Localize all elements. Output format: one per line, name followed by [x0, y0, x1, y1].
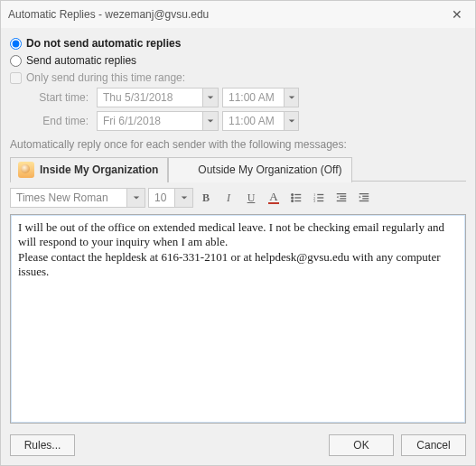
chevron-down-icon[interactable]	[175, 188, 193, 208]
bullet-list-button[interactable]	[286, 188, 306, 208]
only-during-checkbox-row: Only send during this time range:	[10, 71, 466, 84]
indent-button[interactable]	[354, 188, 374, 208]
person-icon	[18, 162, 34, 178]
font-size-combo[interactable]	[148, 188, 193, 208]
close-icon[interactable]: ✕	[446, 7, 468, 22]
body-line-2: Please contact the hepldesk at 616-331-2…	[18, 250, 458, 280]
start-date-combo[interactable]	[97, 88, 219, 107]
chevron-down-icon[interactable]	[127, 188, 145, 208]
only-during-checkbox	[10, 72, 22, 84]
body-line-1: I will be out of the office on extended …	[18, 220, 458, 250]
end-date-input[interactable]	[97, 111, 203, 131]
automatic-replies-dialog: Automatic Replies - wezemanj@gvsu.edu ✕ …	[0, 0, 476, 466]
chevron-down-icon[interactable]	[285, 88, 299, 107]
section-label: Automatically reply once for each sender…	[10, 138, 466, 151]
start-date-input[interactable]	[97, 88, 203, 107]
svg-point-2	[292, 197, 294, 199]
start-time-input[interactable]	[222, 88, 285, 107]
radio-send[interactable]: Send automatic replies	[10, 54, 466, 67]
tabs: Inside My Organization Outside My Organi…	[10, 156, 466, 182]
formatting-toolbar: B I U A 123	[10, 187, 466, 209]
italic-button[interactable]: I	[219, 188, 238, 208]
tab-outside-label: Outside My Organization (Off)	[198, 163, 341, 176]
only-during-label: Only send during this time range:	[26, 71, 185, 84]
tab-inside-org[interactable]: Inside My Organization	[10, 157, 168, 182]
radio-send-input[interactable]	[10, 55, 22, 67]
chevron-down-icon[interactable]	[203, 88, 219, 107]
end-time-combo[interactable]	[222, 111, 299, 131]
font-size-input[interactable]	[148, 188, 175, 208]
end-time-label: End time:	[30, 115, 93, 127]
underline-button[interactable]: U	[241, 188, 261, 208]
start-time-combo[interactable]	[222, 88, 299, 107]
tab-outside-org[interactable]: Outside My Organization (Off)	[168, 157, 351, 182]
titlebar: Automatic Replies - wezemanj@gvsu.edu ✕	[1, 1, 475, 28]
outdent-button[interactable]	[331, 188, 351, 208]
window-title: Automatic Replies - wezemanj@gvsu.edu	[8, 8, 209, 21]
number-list-button[interactable]: 123	[309, 188, 329, 208]
tab-inside-label: Inside My Organization	[40, 163, 158, 176]
svg-point-0	[292, 194, 294, 196]
font-name-input[interactable]	[10, 188, 127, 208]
globe-icon	[176, 162, 192, 178]
svg-point-4	[292, 200, 294, 202]
radio-do-not-send-label: Do not send automatic replies	[26, 37, 181, 50]
ok-button[interactable]: OK	[329, 434, 394, 456]
radio-do-not-send-input[interactable]	[10, 38, 22, 50]
radio-send-label: Send automatic replies	[26, 54, 136, 67]
message-editor[interactable]: I will be out of the office on extended …	[10, 214, 466, 424]
radio-do-not-send[interactable]: Do not send automatic replies	[10, 37, 466, 50]
time-range-grid: Start time: End time:	[30, 88, 466, 131]
chevron-down-icon[interactable]	[285, 111, 299, 131]
end-date-combo[interactable]	[97, 111, 219, 131]
font-color-button[interactable]: A	[264, 188, 284, 208]
chevron-down-icon[interactable]	[203, 111, 219, 131]
bold-button[interactable]: B	[196, 188, 216, 208]
start-time-label: Start time:	[30, 91, 93, 104]
dialog-content: Do not send automatic replies Send autom…	[1, 28, 475, 427]
rules-button[interactable]: Rules...	[10, 434, 75, 456]
svg-text:3: 3	[313, 199, 316, 203]
end-time-input[interactable]	[222, 111, 285, 131]
dialog-footer: Rules... OK Cancel	[1, 427, 475, 465]
font-name-combo[interactable]	[10, 188, 145, 208]
cancel-button[interactable]: Cancel	[401, 434, 466, 456]
